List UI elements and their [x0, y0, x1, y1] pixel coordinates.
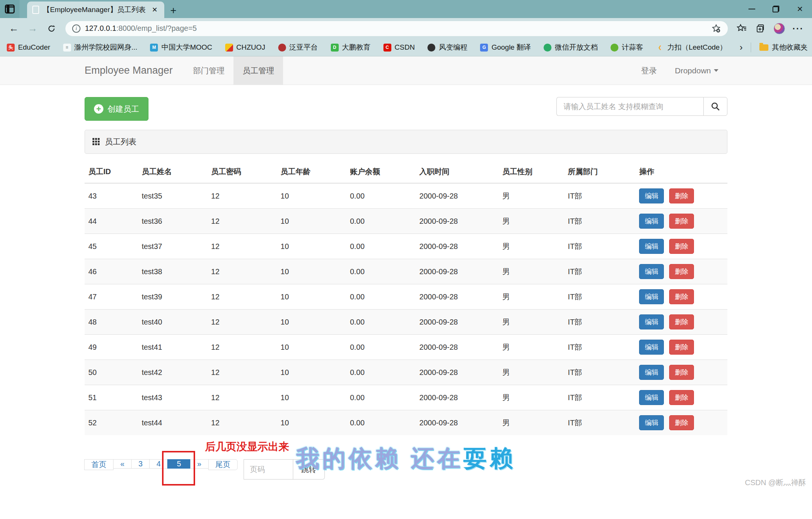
employee-table: 员工ID 员工姓名 员工密码 员工年龄 账户余额 入职时间 员工性别 所属部门 …: [85, 161, 727, 435]
cell-name: test43: [138, 385, 208, 410]
add-favorite-button[interactable]: [711, 24, 721, 33]
favorites-button[interactable]: [733, 20, 750, 37]
profile-button[interactable]: [771, 20, 788, 37]
cell-name: test36: [138, 209, 208, 234]
cell-hiredate: 2000-09-28: [416, 410, 499, 436]
bookmark-item[interactable]: 计蒜客: [611, 42, 643, 52]
bookmark-item[interactable]: ≡ 滁州学院校园网身...: [63, 42, 138, 52]
settings-more-button[interactable]: ···: [789, 20, 807, 37]
delete-button[interactable]: 删除: [669, 365, 694, 380]
refresh-button[interactable]: [43, 20, 60, 37]
edit-button[interactable]: 编辑: [639, 314, 664, 329]
cell-ops: 编辑 删除: [635, 209, 727, 234]
cell-age: 10: [277, 410, 346, 436]
other-favorites-folder[interactable]: 其他收藏夹: [759, 42, 807, 52]
bookmark-favicon-icon: ≡: [63, 44, 71, 52]
bookmark-label: 微信开放文档: [555, 42, 598, 52]
bookmark-favicon-icon: G: [480, 44, 488, 52]
cell-id: 51: [85, 385, 138, 410]
bookmark-item[interactable]: M 中国大学MOOC: [150, 42, 212, 52]
url-text[interactable]: 127.0.0.1:8000/emp_list/?page=5: [85, 24, 707, 33]
delete-button[interactable]: 删除: [669, 214, 694, 229]
delete-button[interactable]: 删除: [669, 239, 694, 254]
create-employee-button[interactable]: + 创建员工: [85, 97, 148, 121]
cell-age: 10: [277, 360, 346, 385]
edit-button[interactable]: 编辑: [639, 415, 664, 430]
bookmark-item[interactable]: 头 EduCoder: [7, 43, 50, 52]
bookmark-item[interactable]: 泛亚平台: [278, 42, 318, 52]
browser-tab[interactable]: 【EmployeeManager】员工列表 ✕: [27, 2, 164, 18]
bookmark-item[interactable]: 风变编程: [427, 42, 467, 52]
edit-button[interactable]: 编辑: [639, 239, 664, 254]
tab-close-icon[interactable]: ✕: [150, 5, 159, 15]
browser-toolbar: ← → i 127.0.0.1:8000/emp_list/?page=5 ··…: [0, 18, 812, 39]
nav-item-login[interactable]: 登录: [632, 56, 666, 85]
profile-avatar: [774, 23, 785, 34]
edit-button[interactable]: 编辑: [639, 289, 664, 304]
cell-name: test40: [138, 310, 208, 335]
delete-button[interactable]: 删除: [669, 289, 694, 304]
edit-button[interactable]: 编辑: [639, 340, 664, 355]
watermark-text: 我的依赖 还在耍赖: [85, 443, 727, 474]
new-tab-button[interactable]: +: [170, 5, 176, 16]
table-row: 49 test41 12 10 0.00 2000-09-28 男 IT部 编辑…: [85, 335, 727, 360]
window-controls: ✕: [740, 0, 812, 18]
restore-button[interactable]: [764, 0, 788, 18]
nav-item-emp[interactable]: 员工管理: [233, 56, 283, 85]
cell-hiredate: 2000-09-28: [416, 385, 499, 410]
delete-button[interactable]: 删除: [669, 314, 694, 329]
bookmark-item[interactable]: ❮ 力扣（LeetCode）: [656, 42, 727, 52]
bookmarks-overflow-chevron-icon[interactable]: ›: [739, 42, 742, 53]
tab-actions-button[interactable]: [0, 0, 20, 18]
delete-button[interactable]: 删除: [669, 415, 694, 430]
cell-id: 49: [85, 335, 138, 360]
delete-button[interactable]: 删除: [669, 340, 694, 355]
cell-age: 10: [277, 310, 346, 335]
minimize-button[interactable]: [740, 0, 764, 18]
cell-password: 12: [208, 335, 277, 360]
back-button[interactable]: ←: [5, 20, 23, 37]
edit-button[interactable]: 编辑: [639, 264, 664, 279]
bookmark-label: 滁州学院校园网身...: [74, 42, 138, 52]
cell-gender: 男: [498, 410, 564, 436]
nav-item-dropdown[interactable]: Dropdown: [666, 56, 727, 85]
close-button[interactable]: ✕: [788, 0, 812, 18]
delete-button[interactable]: 删除: [669, 390, 694, 405]
cell-id: 46: [85, 259, 138, 284]
bookmark-item[interactable]: CHZUOJ: [225, 43, 265, 52]
watermark-part1: 我的依赖 还在: [296, 445, 463, 471]
nav-item-dept[interactable]: 部门管理: [184, 56, 233, 85]
collections-button[interactable]: [752, 20, 769, 37]
cell-balance: 0.00: [346, 335, 416, 360]
table-row: 51 test43 12 10 0.00 2000-09-28 男 IT部 编辑…: [85, 385, 727, 410]
search-input[interactable]: [556, 97, 703, 116]
edit-button[interactable]: 编辑: [639, 214, 664, 229]
bookmark-item[interactable]: 微信开放文档: [544, 42, 598, 52]
site-info-icon[interactable]: i: [72, 24, 80, 33]
brand-title[interactable]: Employee Manager: [85, 56, 173, 85]
cell-age: 10: [277, 183, 346, 209]
bookmark-item[interactable]: C CSDN: [383, 43, 415, 52]
col-header-dept: 所属部门: [564, 161, 636, 183]
search-button[interactable]: [703, 97, 727, 116]
address-bar[interactable]: i 127.0.0.1:8000/emp_list/?page=5: [65, 21, 728, 36]
cell-ops: 编辑 删除: [635, 183, 727, 209]
cell-balance: 0.00: [346, 234, 416, 259]
bookmark-favicon-icon: [225, 44, 233, 52]
col-header-balance: 账户余额: [346, 161, 416, 183]
edit-button[interactable]: 编辑: [639, 390, 664, 405]
create-employee-label: 创建员工: [108, 104, 139, 114]
delete-button[interactable]: 删除: [669, 188, 694, 203]
bookmark-item[interactable]: D 大鹏教育: [331, 42, 371, 52]
edit-button[interactable]: 编辑: [639, 365, 664, 380]
refresh-icon: [47, 24, 56, 33]
site-navbar: Employee Manager 部门管理 员工管理 登录 Dropdown: [0, 56, 812, 85]
delete-button[interactable]: 删除: [669, 264, 694, 279]
browser-window: 【EmployeeManager】员工列表 ✕ + ✕ ← → i 127.0.…: [0, 0, 812, 519]
bookmark-item[interactable]: G Google 翻译: [480, 42, 531, 52]
star-add-icon: [711, 24, 721, 33]
col-header-password: 员工密码: [208, 161, 277, 183]
cell-gender: 男: [498, 385, 564, 410]
edit-button[interactable]: 编辑: [639, 188, 664, 203]
cell-password: 12: [208, 385, 277, 410]
